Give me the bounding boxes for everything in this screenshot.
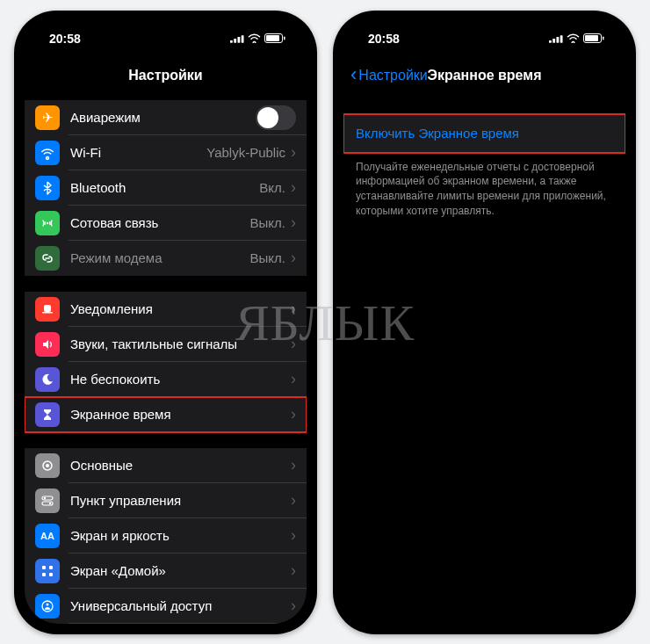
svg-rect-3	[242, 35, 244, 42]
svg-point-13	[44, 496, 46, 498]
chevron-right-icon: ›	[291, 335, 296, 353]
chevron-left-icon: ‹	[350, 65, 357, 84]
row-label: Звуки, тактильные сигналы	[70, 336, 291, 351]
row-wifi[interactable]: Wi-FiYablyk-Public›	[25, 135, 307, 170]
nav-bar-right: ‹ Настройки Экранное время	[343, 56, 625, 95]
row-notifications[interactable]: Уведомления›	[25, 292, 307, 327]
row-accessibility[interactable]: Универсальный доступ›	[25, 589, 307, 624]
row-label: Не беспокоить	[70, 372, 291, 387]
svg-rect-12	[42, 496, 53, 500]
screentime-content: Включить Экранное время Получайте еженед…	[343, 114, 625, 226]
row-control-center[interactable]: Пункт управления›	[25, 483, 307, 518]
svg-rect-0	[230, 40, 233, 42]
settings-group: Уведомления›Звуки, тактильные сигналы›Не…	[25, 292, 307, 432]
chevron-right-icon: ›	[291, 370, 296, 388]
svg-rect-18	[42, 573, 46, 576]
phone-right: 20:58 ‹ Настройки Экранное время Включит…	[333, 11, 636, 634]
row-value: Выкл.	[250, 250, 285, 265]
settings-list[interactable]: ✈АвиарежимWi-FiYablyk-Public›BluetoothВк…	[25, 100, 307, 624]
row-label: Экран «Домой»	[70, 563, 291, 578]
status-time: 20:58	[368, 32, 400, 46]
chevron-right-icon: ›	[291, 143, 296, 162]
row-label: Пункт управления	[70, 493, 291, 508]
phone-left: 20:58 Настройки ✈АвиарежимWi-FiYablyk-Pu…	[14, 11, 317, 634]
svg-rect-35	[560, 35, 563, 42]
chevron-right-icon: ›	[291, 213, 296, 232]
svg-rect-33	[552, 39, 555, 43]
row-label: Авиарежим	[70, 110, 256, 125]
chevron-right-icon: ›	[291, 405, 296, 423]
row-label: Экран и яркость	[70, 528, 291, 543]
screentime-icon	[35, 402, 60, 427]
status-icons	[549, 33, 604, 43]
toggle-switch[interactable]	[256, 105, 296, 130]
svg-rect-14	[42, 502, 53, 505]
chevron-right-icon: ›	[291, 249, 296, 267]
page-title: Экранное время	[428, 68, 542, 83]
chevron-right-icon: ›	[291, 597, 296, 615]
chevron-right-icon: ›	[291, 300, 296, 318]
settings-group: ✈АвиарежимWi-FiYablyk-Public›BluetoothВк…	[25, 100, 307, 276]
homescreen-icon	[35, 559, 60, 583]
page-title: Настройки	[128, 68, 202, 83]
chevron-right-icon: ›	[291, 456, 296, 474]
enable-group: Включить Экранное время	[343, 114, 625, 153]
row-display[interactable]: AAЭкран и яркость›	[25, 518, 307, 554]
battery-icon	[264, 33, 285, 43]
svg-point-11	[46, 464, 49, 467]
row-airplane[interactable]: ✈Авиарежим	[25, 100, 307, 135]
row-dnd[interactable]: Не беспокоить›	[25, 362, 307, 397]
svg-rect-2	[237, 37, 240, 43]
svg-rect-19	[49, 573, 53, 576]
signal-icon	[230, 34, 244, 43]
svg-rect-32	[549, 40, 552, 42]
row-label: Режим модема	[70, 250, 250, 265]
row-value: Yablyk-Public	[206, 145, 285, 160]
general-icon	[35, 453, 60, 478]
notifications-icon	[35, 297, 60, 322]
control-center-icon	[35, 488, 60, 513]
bluetooth-icon	[35, 176, 60, 200]
row-value: Выкл.	[250, 215, 285, 230]
row-label: Wi-Fi	[70, 145, 206, 160]
settings-group: Основные›Пункт управления›AAЭкран и ярко…	[25, 448, 307, 624]
row-general[interactable]: Основные›	[25, 448, 307, 483]
row-hotspot[interactable]: Режим модемаВыкл.›	[25, 241, 307, 276]
nav-bar-left: Настройки	[25, 56, 307, 95]
row-label: Сотовая связь	[70, 215, 250, 230]
svg-rect-16	[42, 566, 46, 569]
chevron-right-icon: ›	[291, 561, 296, 580]
row-bluetooth[interactable]: BluetoothВкл.›	[25, 170, 307, 206]
row-label: Экранное время	[70, 407, 291, 422]
row-screentime[interactable]: Экранное время›	[25, 397, 307, 432]
cellular-icon	[35, 211, 60, 235]
row-homescreen[interactable]: Экран «Домой»›	[25, 554, 307, 589]
sounds-icon	[35, 332, 60, 357]
svg-rect-38	[603, 37, 604, 40]
svg-rect-6	[284, 37, 285, 40]
row-label: Основные	[70, 458, 291, 473]
svg-point-20	[42, 601, 53, 611]
footer-text: Получайте еженедельные отчеты с достовер…	[343, 153, 625, 226]
back-button[interactable]: ‹ Настройки	[350, 56, 428, 95]
row-sounds[interactable]: Звуки, тактильные сигналы›	[25, 327, 307, 362]
svg-rect-5	[266, 35, 279, 41]
row-cellular[interactable]: Сотовая связьВыкл.›	[25, 206, 307, 241]
button-label: Включить Экранное время	[356, 126, 519, 141]
chevron-right-icon: ›	[291, 526, 296, 545]
wifi-status-icon	[567, 33, 580, 43]
row-label: Уведомления	[70, 301, 291, 316]
battery-icon	[583, 33, 604, 43]
screen-right: 20:58 ‹ Настройки Экранное время Включит…	[343, 21, 625, 624]
chevron-right-icon: ›	[291, 491, 296, 510]
notch	[415, 11, 555, 33]
screen-left: 20:58 Настройки ✈АвиарежимWi-FiYablyk-Pu…	[25, 21, 307, 624]
enable-screentime-button[interactable]: Включить Экранное время	[343, 114, 625, 153]
display-icon: AA	[35, 524, 60, 548]
wifi-icon	[35, 141, 60, 165]
hotspot-icon	[35, 246, 60, 271]
signal-icon	[549, 34, 563, 43]
svg-rect-34	[556, 37, 559, 43]
svg-rect-8	[44, 305, 51, 312]
svg-rect-1	[234, 39, 236, 43]
